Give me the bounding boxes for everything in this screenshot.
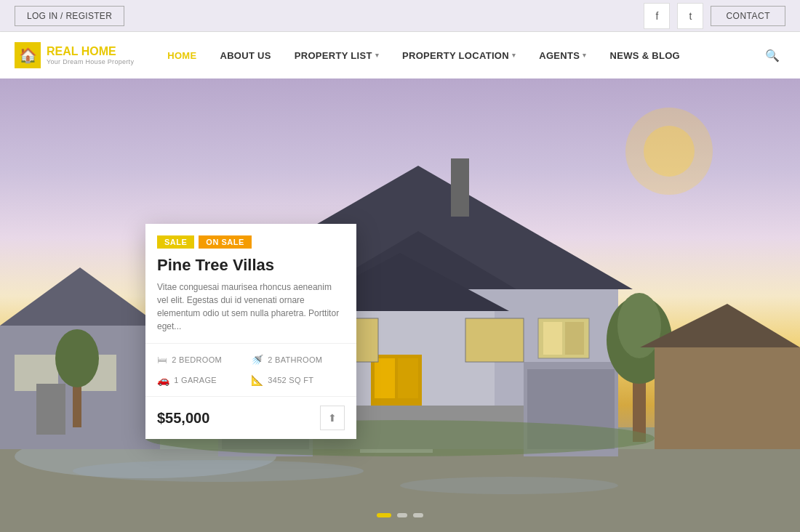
- feature-bedroom: 🛏 2 BEDROOM: [157, 350, 251, 370]
- hero-background: [0, 78, 800, 532]
- feature-bedroom-label: 2 BEDROOM: [172, 355, 222, 364]
- nav-item-property-list[interactable]: PROPERTY LIST ▾: [283, 32, 391, 78]
- nav-item-home[interactable]: HOME: [156, 32, 208, 78]
- top-bar-left: LOG IN / REGISTER: [15, 6, 124, 26]
- login-register-button[interactable]: LOG IN / REGISTER: [15, 6, 124, 26]
- logo[interactable]: 🏠 REAL HOME Your Dream House Property: [15, 42, 134, 68]
- hero-section: SALE ON SALE Pine Tree Villas Vitae cong…: [0, 78, 800, 532]
- svg-rect-12: [451, 158, 469, 217]
- svg-rect-20: [565, 322, 584, 355]
- chevron-down-icon: ▾: [512, 52, 516, 59]
- badge-on-sale: ON SALE: [199, 235, 251, 249]
- svg-point-43: [73, 460, 364, 482]
- feature-garage: 🚗 1 GARAGE: [157, 370, 251, 390]
- top-bar-right: f t CONTACT: [644, 3, 785, 29]
- bathroom-icon: 🚿: [251, 354, 263, 366]
- slider-dot-1[interactable]: [377, 513, 391, 517]
- house-svg: [0, 78, 800, 532]
- nav-item-news-blog[interactable]: NEWS & BLOG: [599, 32, 692, 78]
- navbar: 🏠 REAL HOME Your Dream House Property HO…: [0, 32, 800, 78]
- twitter-icon[interactable]: t: [677, 3, 703, 29]
- svg-rect-8: [36, 384, 65, 435]
- svg-point-37: [55, 329, 99, 387]
- nav-item-property-location[interactable]: PROPERTY LOCATION ▾: [391, 32, 527, 78]
- share-icon: ⬆: [328, 412, 337, 424]
- card-badges: SALE ON SALE: [145, 224, 356, 256]
- svg-rect-19: [543, 322, 562, 355]
- svg-point-44: [400, 477, 618, 494]
- card-footer: $55,000 ⬆: [145, 396, 356, 439]
- feature-sqft-label: 3452 SQ FT: [268, 376, 313, 384]
- slider-dots: [377, 513, 423, 517]
- feature-garage-label: 1 GARAGE: [174, 376, 217, 384]
- slider-dot-2[interactable]: [397, 513, 407, 517]
- bedroom-icon: 🛏: [157, 354, 167, 366]
- slider-dot-3[interactable]: [413, 513, 423, 517]
- facebook-icon[interactable]: f: [644, 3, 670, 29]
- sqft-icon: 📐: [251, 374, 263, 386]
- svg-rect-32: [465, 318, 524, 362]
- property-card: SALE ON SALE Pine Tree Villas Vitae cong…: [145, 224, 356, 439]
- svg-point-41: [644, 126, 695, 177]
- top-bar: LOG IN / REGISTER f t CONTACT: [0, 0, 800, 32]
- badge-sale: SALE: [157, 235, 194, 249]
- property-description: Vitae conguesai maurisea rhoncus aeneani…: [145, 281, 356, 343]
- property-title: Pine Tree Villas: [145, 256, 356, 281]
- share-button[interactable]: ⬆: [320, 406, 345, 430]
- feature-bathroom: 🚿 2 BATHROOM: [251, 350, 345, 370]
- svg-rect-22: [375, 358, 395, 398]
- chevron-down-icon: ▾: [375, 52, 379, 59]
- svg-rect-23: [398, 358, 418, 398]
- nav-links: HOME ABOUT US PROPERTY LIST ▾ PROPERTY L…: [156, 32, 759, 78]
- card-features: 🛏 2 BEDROOM 🚿 2 BATHROOM 🚗 1 GARAGE 📐 34…: [145, 343, 356, 396]
- feature-sqft: 📐 3452 SQ FT: [251, 370, 345, 390]
- logo-text: REAL HOME Your Dream House Property: [47, 45, 134, 65]
- search-icon[interactable]: 🔍: [759, 43, 785, 68]
- logo-tagline: Your Dream House Property: [47, 58, 134, 65]
- property-price: $55,000: [157, 410, 209, 427]
- logo-name-part1: REAL: [47, 45, 78, 57]
- logo-name-part2: HOME: [78, 45, 116, 57]
- chevron-down-icon: ▾: [583, 52, 586, 59]
- contact-button[interactable]: CONTACT: [711, 6, 785, 26]
- nav-item-about[interactable]: ABOUT US: [208, 32, 282, 78]
- logo-icon: 🏠: [15, 42, 41, 68]
- garage-icon: 🚗: [157, 374, 169, 386]
- logo-name: REAL HOME: [47, 45, 134, 58]
- svg-rect-38: [655, 347, 800, 449]
- nav-item-agents[interactable]: AGENTS ▾: [527, 32, 598, 78]
- feature-bathroom-label: 2 BATHROOM: [268, 355, 322, 364]
